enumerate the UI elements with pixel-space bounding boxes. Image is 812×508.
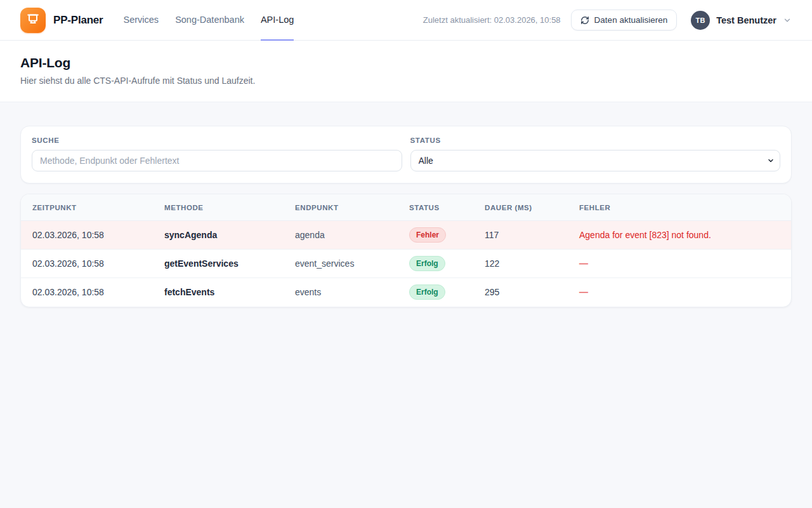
status-field-group: STATUS Alle xyxy=(410,137,781,171)
page-header: API-Log Hier siehst du alle CTS-API-Aufr… xyxy=(0,41,812,102)
cell-methode: fetchEvents xyxy=(157,278,287,307)
last-updated-text: Zuletzt aktualisiert: 02.03.2026, 10:58 xyxy=(423,15,561,25)
cell-methode: syncAgenda xyxy=(157,221,287,250)
search-field-group: SUCHE xyxy=(32,137,402,171)
status-select-wrap: Alle xyxy=(410,150,781,171)
nav-item-api-log[interactable]: API-Log xyxy=(261,0,294,41)
status-badge: Erfolg xyxy=(409,256,445,271)
cell-fehler: — xyxy=(572,278,791,307)
refresh-data-button[interactable]: Daten aktualisieren xyxy=(571,10,678,30)
log-table-body: 02.03.2026, 10:58syncAgendaagendaFehler1… xyxy=(21,221,791,307)
status-badge: Erfolg xyxy=(409,284,445,300)
column-header-zeitpunkt: ZEITPUNKT xyxy=(21,194,157,221)
column-header-status: STATUS xyxy=(402,194,477,221)
cell-status: Erfolg xyxy=(402,278,477,307)
user-name: Test Benutzer xyxy=(716,15,776,25)
api-log-table: ZEITPUNKT METHODE ENDPUNKT STATUS DAUER … xyxy=(21,194,791,307)
table-row: 02.03.2026, 10:58syncAgendaagendaFehler1… xyxy=(21,221,791,250)
cell-methode: getEventServices xyxy=(157,250,287,278)
page-title: API-Log xyxy=(20,55,792,70)
cell-dauer: 122 xyxy=(477,250,572,278)
page-subtitle: Hier siehst du alle CTS-API-Aufrufe mit … xyxy=(20,76,792,86)
table-header: ZEITPUNKT METHODE ENDPUNKT STATUS DAUER … xyxy=(21,194,791,221)
column-header-methode: METHODE xyxy=(157,194,287,221)
top-bar-right: Zuletzt aktualisiert: 02.03.2026, 10:58 … xyxy=(423,10,792,30)
nav-item-services[interactable]: Services xyxy=(124,0,159,41)
status-label: STATUS xyxy=(410,137,781,144)
column-header-fehler: FEHLER xyxy=(572,194,791,221)
user-menu[interactable]: TB Test Benutzer xyxy=(687,11,792,30)
chevron-down-icon xyxy=(783,16,792,25)
avatar: TB xyxy=(691,11,710,30)
cell-dauer: 117 xyxy=(477,221,572,250)
filter-card: SUCHE STATUS Alle xyxy=(20,126,792,184)
status-badge: Fehler xyxy=(409,227,446,243)
refresh-icon xyxy=(580,16,589,25)
cell-fehler: Agenda for event [823] not found. xyxy=(572,221,791,250)
table-row: 02.03.2026, 10:58fetchEventseventsErfolg… xyxy=(21,278,791,307)
column-header-dauer: DAUER (MS) xyxy=(477,194,572,221)
presentation-board-icon xyxy=(26,12,40,29)
cell-endpunkt: event_services xyxy=(287,250,402,278)
status-select[interactable]: Alle xyxy=(410,150,781,171)
top-bar: PP-Planer Services Song-Datenbank API-Lo… xyxy=(0,0,812,41)
app-logo xyxy=(20,8,46,33)
main-content: SUCHE STATUS Alle xyxy=(0,102,812,307)
nav-item-song-datenbank[interactable]: Song-Datenbank xyxy=(175,0,244,41)
main-nav: Services Song-Datenbank API-Log xyxy=(124,0,294,41)
cell-fehler: — xyxy=(572,250,791,278)
search-label: SUCHE xyxy=(32,137,402,144)
cell-zeitpunkt: 02.03.2026, 10:58 xyxy=(21,250,157,278)
cell-zeitpunkt: 02.03.2026, 10:58 xyxy=(21,278,157,307)
brand-name: PP-Planer xyxy=(53,14,103,27)
table-row: 02.03.2026, 10:58getEventServicesevent_s… xyxy=(21,250,791,278)
cell-endpunkt: agenda xyxy=(287,221,402,250)
search-input[interactable] xyxy=(32,150,402,171)
cell-status: Erfolg xyxy=(402,250,477,278)
cell-zeitpunkt: 02.03.2026, 10:58 xyxy=(21,221,157,250)
cell-status: Fehler xyxy=(402,221,477,250)
api-log-table-card: ZEITPUNKT METHODE ENDPUNKT STATUS DAUER … xyxy=(20,194,792,307)
column-header-endpunkt: ENDPUNKT xyxy=(287,194,402,221)
cell-dauer: 295 xyxy=(477,278,572,307)
cell-endpunkt: events xyxy=(287,278,402,307)
refresh-button-label: Daten aktualisieren xyxy=(594,15,668,25)
